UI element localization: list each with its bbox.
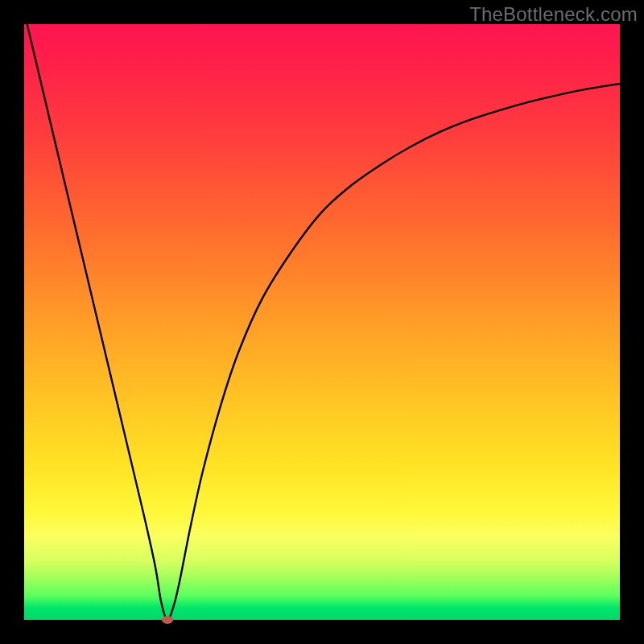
minimum-marker [162, 616, 173, 624]
plot-area [24, 24, 620, 620]
curve-layer [24, 24, 620, 620]
watermark-label: TheBottleneck.com [469, 3, 638, 26]
chart-frame: TheBottleneck.com [0, 0, 644, 644]
bottleneck-curve [27, 24, 620, 620]
